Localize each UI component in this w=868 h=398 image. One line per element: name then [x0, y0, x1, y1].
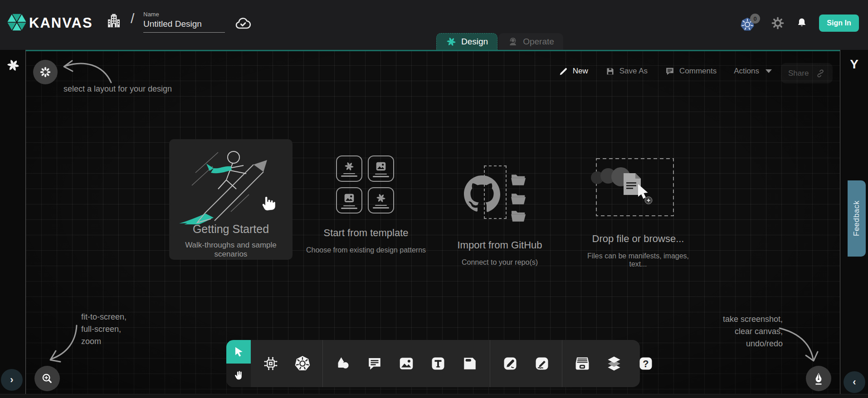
settings-gear-icon[interactable] — [771, 16, 785, 30]
comments-label: Comments — [679, 67, 717, 76]
drop-file-card[interactable]: Drop file or browse... Files can be mani… — [584, 152, 692, 268]
y-logo: Y — [840, 57, 868, 72]
tool-note[interactable] — [461, 354, 479, 373]
pen-tools-button[interactable] — [806, 366, 831, 391]
template-tile — [336, 187, 362, 214]
pen-nib-icon — [811, 371, 826, 386]
tool-image[interactable] — [397, 354, 415, 373]
layout-hint-arrow — [58, 56, 117, 88]
bottom-scroll-track[interactable] — [0, 394, 868, 398]
collapse-right-panel-button[interactable]: ‹ — [844, 371, 865, 393]
tool-pen[interactable] — [501, 354, 519, 373]
pencil-scribble-icon — [534, 355, 550, 372]
zoom-hint-arrow — [43, 321, 84, 366]
zoom-hint-text: fit-to-screen, full-screen, zoom — [81, 311, 127, 348]
tool-group-draw — [490, 340, 562, 387]
tool-shapes[interactable] — [334, 354, 352, 373]
zoom-in-icon — [40, 372, 54, 385]
tool-pan[interactable] — [226, 364, 251, 387]
organization-icon[interactable] — [105, 12, 122, 29]
left-panel-strip: › — [0, 50, 26, 398]
layout-flower-icon — [39, 66, 51, 78]
actions-label: Actions — [734, 67, 759, 76]
sign-in-button[interactable]: Sign In — [819, 15, 859, 32]
card-subtitle: Walk-throughs and sample scenarios — [169, 241, 293, 259]
tool-comment[interactable] — [366, 354, 384, 373]
tab-design[interactable]: Design — [436, 33, 497, 50]
chevron-down-icon — [766, 69, 772, 73]
floppy-icon — [605, 67, 615, 76]
link-icon — [815, 68, 825, 78]
file-toolbar: New Save As Comments Actions — [559, 66, 772, 76]
card-title: Getting Started — [169, 223, 293, 236]
operate-headset-icon — [507, 36, 518, 47]
tool-group-infra — [251, 340, 322, 387]
design-name-input[interactable] — [143, 19, 225, 33]
image-icon — [343, 192, 355, 204]
canvas-top-accent — [0, 50, 868, 51]
layout-picker-button[interactable] — [33, 60, 58, 84]
pencil-icon — [559, 67, 568, 76]
header: KANVAS / Name Design Operate 0 Si — [0, 0, 868, 50]
canvas-toolbar — [226, 340, 640, 387]
start-from-template-card[interactable]: Start from template Choose from existing… — [298, 152, 434, 254]
card-subtitle: Files can be manifests, images, text... — [584, 252, 692, 268]
card-title: Import from GitHub — [448, 239, 552, 251]
tool-resource-node[interactable] — [262, 354, 280, 373]
cloud-saved-icon — [234, 15, 252, 33]
github-icon — [460, 172, 504, 215]
spinner-icon — [6, 58, 20, 73]
tool-help[interactable] — [637, 354, 655, 373]
folder-icon — [509, 190, 527, 208]
kanvas-hexagon-logo[interactable] — [6, 11, 28, 33]
template-tiles — [336, 155, 396, 214]
pen-icon — [502, 355, 518, 372]
credits-badge: 0 — [750, 14, 760, 24]
kubernetes-icon — [293, 354, 312, 373]
tool-kubernetes[interactable] — [293, 354, 312, 373]
new-button[interactable]: New — [559, 67, 588, 76]
expand-left-panel-button[interactable]: › — [1, 369, 23, 391]
actions-dropdown[interactable]: Actions — [734, 67, 772, 76]
template-tile — [336, 155, 362, 182]
save-as-label: Save As — [619, 67, 648, 76]
feedback-tab[interactable]: Feedback — [848, 180, 866, 257]
text-icon — [430, 355, 446, 372]
getting-started-card[interactable]: Getting Started Walk-throughs and sample… — [169, 139, 293, 260]
tab-operate[interactable]: Operate — [498, 33, 563, 50]
template-tile — [368, 187, 394, 214]
folder-icon — [509, 207, 527, 225]
screenshot-hint-text: take screenshot, clear canvas, undo/redo — [723, 313, 783, 350]
hand-pointer-icon — [259, 193, 279, 213]
import-from-github-card[interactable]: Import from GitHub Connect to your repo(… — [448, 152, 552, 267]
notifications-bell-icon[interactable] — [795, 17, 808, 29]
tool-group-manage — [562, 340, 666, 387]
archive-drawer-icon — [574, 355, 591, 372]
save-as-button[interactable]: Save As — [605, 67, 648, 76]
design-canvas[interactable]: New Save As Comments Actions Share — [26, 50, 840, 398]
tool-archive[interactable] — [573, 354, 591, 373]
help-icon — [638, 355, 654, 372]
zoom-in-button[interactable] — [34, 366, 60, 391]
image-icon — [375, 160, 387, 172]
app-root: KANVAS / Name Design Operate 0 Si — [0, 0, 868, 398]
right-panel-strip: Y Feedback ‹ — [840, 50, 868, 398]
screenshot-hint-arrow — [775, 323, 820, 364]
kubernetes-credits-button[interactable]: 0 — [739, 14, 760, 33]
breadcrumb-separator: / — [131, 11, 134, 26]
mode-tabs: Design Operate — [436, 33, 563, 50]
tab-design-label: Design — [461, 37, 488, 47]
tool-pencil[interactable] — [533, 354, 551, 373]
header-right-cluster: 0 Sign In — [739, 14, 859, 33]
note-icon — [462, 356, 478, 371]
tool-text[interactable] — [429, 354, 447, 373]
tool-select[interactable] — [226, 340, 251, 364]
layers-icon — [605, 355, 623, 372]
spiral-icon — [344, 161, 355, 172]
shapes-icon — [335, 355, 351, 372]
hand-icon — [233, 370, 244, 381]
comments-button[interactable]: Comments — [665, 66, 717, 76]
tool-layers[interactable] — [605, 354, 623, 373]
layout-hint-text: select a layout for your design — [63, 84, 172, 94]
share-button[interactable]: Share — [781, 63, 833, 83]
